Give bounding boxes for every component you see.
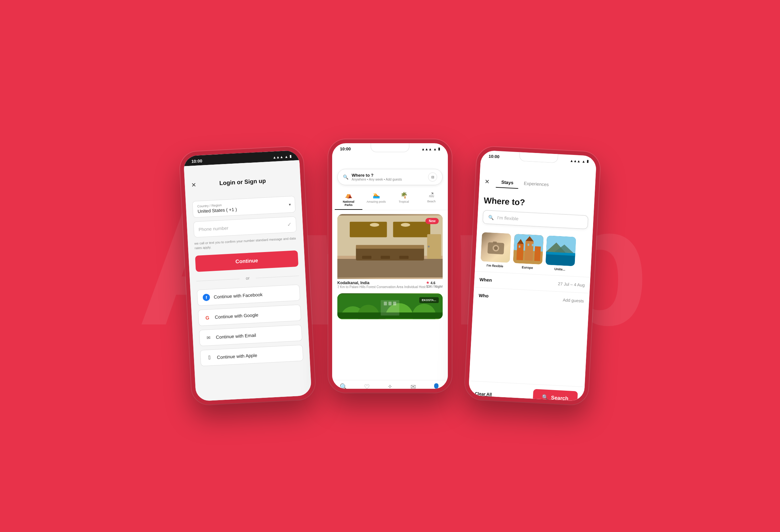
phone-placeholder: Phone number [198,225,229,232]
svg-rect-11 [399,256,409,259]
united-svg [545,235,576,266]
continue-button[interactable]: Continue [195,251,298,272]
listing-description: 2 Km to Palani Hills Forest Conservation… [337,285,426,289]
filter-button[interactable]: ⊟ [428,172,437,181]
time-display: 10:00 [340,147,351,151]
europe-svg [513,234,544,265]
who-label: Who [479,292,489,299]
tab-tropical[interactable]: 🌴 Tropical [390,189,418,210]
nav-explore[interactable]: 🔍 Explore [332,383,355,393]
flexible-svg [486,237,506,258]
location-name: Europe [513,265,542,270]
svg-rect-35 [519,246,520,248]
svg-rect-22 [388,302,392,305]
listing-area: New Kodaikanal, India 2 Km to Palani Hil… [332,210,448,380]
tab-amazing-pools[interactable]: 🏊 Amazing pools [362,189,390,210]
location-flexible[interactable]: I'm flexible [480,232,511,269]
ekostay-badge: EKOSTA... [419,297,439,303]
login-title: Login or Sign up [220,178,266,187]
phone-explore: 10:00 ▲▲▲ ▲ ▮ 🔍 Where to ? Anywhere • An… [328,139,452,393]
listing-rating: ★ 4.6 [426,281,443,285]
phone-notch [371,143,409,152]
tab-beach[interactable]: 🏖 Beach [418,189,445,210]
location-united[interactable]: Unite... [545,235,576,272]
pools-icon: 🏊 [373,192,380,199]
listing-card-1[interactable]: New Kodaikanal, India 2 Km to Palani Hil… [337,214,443,291]
svg-rect-10 [381,256,390,259]
tab-stays[interactable]: Stays [496,177,519,189]
tropical-icon: 🌴 [400,192,407,199]
nav-inbox[interactable]: ✉ Inbox [402,383,425,393]
nav-label: Explore [339,392,349,393]
svg-rect-27 [493,241,497,244]
location-name: Unite... [545,267,574,272]
search-text-block: Where to ? Anywhere • Any week • Add gue… [352,173,428,181]
svg-rect-21 [384,302,387,305]
nav-label: Inbox [409,392,417,393]
tab-label: Amazing pools [367,200,386,203]
facebook-login-button[interactable]: f Continue with Facebook [197,284,300,306]
location-europe[interactable]: Europe [513,234,544,270]
svg-rect-37 [532,244,533,246]
apple-icon:  [206,354,213,362]
country-field[interactable]: Country / Region United States ( +1 ) ▾ [192,196,295,218]
or-divider: or [196,273,299,283]
nav-login[interactable]: 👤 Log in [425,383,448,393]
facebook-icon: f [202,294,210,301]
login-screen: ✕ Login or Sign up Country / Region Unit… [184,160,312,405]
listing-price-block: ★ 4.6 $34 / Night [426,281,443,289]
tab-label: Tropical [399,200,409,203]
who-value: Add guests [563,297,584,303]
email-login-button[interactable]: ✉ Continue with Email [199,324,302,346]
search-main-text: Where to ? [352,173,428,178]
tab-label: National Parks [339,200,358,207]
apple-button-label: Continue with Apple [217,353,257,360]
location-cards: I'm flexible [475,227,593,277]
phone-search: 10:00 ▲▲▲ ▲ ▮ ✕ Stays Experiences Where … [464,146,600,406]
svg-point-8 [401,223,410,227]
search-bar[interactable]: 🔍 Where to ? Anywhere • Any week • Add g… [337,169,443,185]
flexible-input[interactable]: 🔍 I'm flexible [483,210,589,229]
check-icon: ✓ [287,221,292,228]
category-tabs: ⛺ National Parks 🏊 Amazing pools 🌴 Tropi… [332,189,448,210]
svg-rect-2 [337,259,443,277]
listing-card-2[interactable]: EKOSTA... [337,293,443,319]
google-icon: G [204,314,211,321]
nav-wishlists[interactable]: ♡ Wishlists [355,383,378,393]
nav-label: Log in [432,392,440,393]
search-button[interactable]: 🔍 Search [532,389,578,406]
nav-label: Wishlists [361,392,373,393]
login-body: Country / Region United States ( +1 ) ▾ … [185,189,312,405]
search-icon: 🔍 [488,215,494,220]
explore-screen: 🔍 Where to ? Anywhere • Any week • Add g… [332,153,448,393]
star-icon: ★ [426,281,429,285]
search-btn-label: Search [551,394,569,402]
nav-trips[interactable]: ⟡ Trips [378,383,401,393]
when-label: When [479,277,492,282]
beach-icon: 🏖 [429,192,435,199]
phones-container: 10:00 ▲▲▲ ▲ ▮ ✕ Login or Sign up Country… [185,139,595,393]
email-button-label: Continue with Email [216,332,256,340]
close-button[interactable]: ✕ [191,181,196,189]
when-value: 27 Jul – 4 Aug [558,281,585,287]
phone-number-field[interactable]: Phone number ✓ [193,216,297,237]
login-nav-icon: 👤 [432,383,440,391]
tab-national-parks[interactable]: ⛺ National Parks [335,189,362,210]
chevron-down-icon: ▾ [289,202,291,207]
svg-point-7 [370,223,379,227]
wifi-icon: ▲ [582,159,586,163]
login-header: ✕ Login or Sign up [184,160,301,195]
apple-login-button[interactable]:  Continue with Apple [200,344,303,366]
email-icon: ✉ [205,334,212,341]
svg-rect-36 [528,244,529,246]
fine-print-text: we call or text you to confirm your numb… [194,236,297,251]
clear-all-button[interactable]: Clear All [475,391,492,397]
tab-experiences[interactable]: Experiences [518,178,554,191]
tabs-row: ✕ Stays Experiences [485,176,590,193]
close-button[interactable]: ✕ [485,178,490,185]
search-btn-icon: 🔍 [542,394,549,401]
battery-icon: ▮ [289,154,292,158]
where-to-section: Where to? 🔍 I'm flexible [477,190,595,233]
signal-icon: ▲▲▲ [570,159,580,163]
google-login-button[interactable]: G Continue with Google [198,305,301,326]
